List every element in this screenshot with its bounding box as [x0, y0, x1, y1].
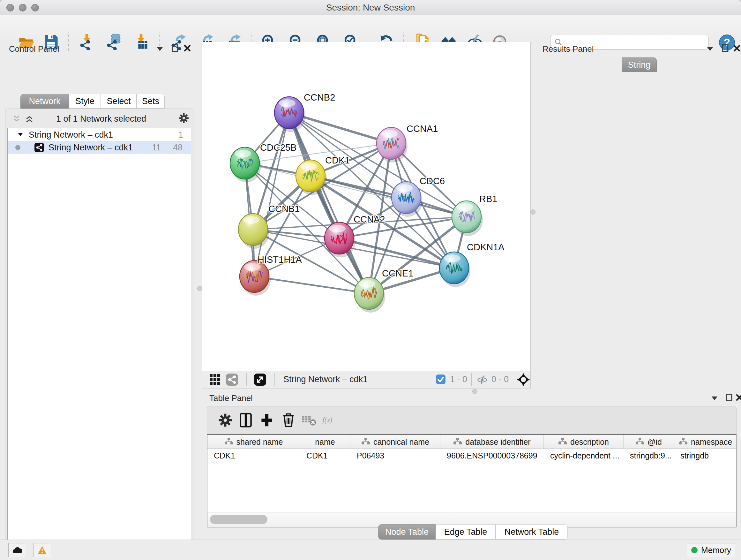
control-panel: Control Panel NetworkStyleSelectSets 1 o…: [0, 41, 197, 540]
tab-network[interactable]: Network: [20, 94, 69, 109]
memory-status-icon: [691, 547, 698, 554]
memory-button[interactable]: Memory: [687, 543, 735, 557]
string-network-icon: [35, 143, 44, 152]
network-canvas[interactable]: CCNB2CCNA1CDC25BCDK1CDC6RB1CCNB1CCNA2CDK…: [202, 42, 531, 371]
node-CDC6[interactable]: [392, 182, 422, 217]
node-label-CCNB1: CCNB1: [268, 204, 300, 214]
network-selection-status: 1 of 1 Network selected: [41, 114, 162, 124]
edge-count: 48: [173, 143, 183, 152]
scrollbar-thumb[interactable]: [210, 515, 267, 524]
column-type-icon: [453, 437, 462, 447]
status-bar: Memory: [0, 540, 741, 560]
network-collection-row[interactable]: String Network – cdk1 1: [8, 128, 191, 141]
left-splitter-handle[interactable]: [197, 286, 202, 291]
expand-all-chevron-icon[interactable]: [25, 115, 33, 123]
network-row-selected[interactable]: String Network – cdk1 11 48: [8, 141, 191, 154]
gear-icon[interactable]: [179, 113, 189, 124]
tab-select[interactable]: Select: [101, 94, 137, 109]
columns-icon[interactable]: [239, 413, 253, 428]
node-label-HIST1H1A: HIST1H1A: [258, 254, 302, 265]
table-cell[interactable]: P06493: [350, 449, 441, 462]
node-CDC25B[interactable]: [230, 147, 261, 182]
close-panel-icon[interactable]: [733, 44, 741, 52]
panel-menu-caret-icon[interactable]: [711, 394, 719, 402]
close-panel-icon[interactable]: [183, 44, 192, 52]
app-window: Session: New Session ? Control Panel Net…: [0, 0, 741, 560]
add-icon[interactable]: [259, 413, 274, 428]
hidden-count: 0 - 0: [491, 374, 509, 384]
column-type-icon: [224, 437, 233, 447]
column-header-name[interactable]: name: [300, 435, 350, 449]
node-CDKN1A[interactable]: [440, 252, 470, 287]
node-label-CCNA2: CCNA2: [354, 214, 385, 225]
tab-node-table[interactable]: Node Table: [378, 524, 435, 540]
tab-style[interactable]: Style: [69, 94, 101, 109]
edge-HIST1H1A-CCNE1[interactable]: [254, 276, 369, 294]
node-count: 11: [152, 143, 161, 152]
float-panel-icon[interactable]: [721, 44, 730, 52]
column-type-icon: [558, 437, 567, 447]
network-tree: String Network – cdk1 1 String Network –…: [7, 128, 191, 560]
column-type-icon: [679, 437, 688, 447]
cloud-button[interactable]: [8, 543, 26, 557]
node-CCNB2[interactable]: [274, 97, 306, 132]
title-bar: Session: New Session: [0, 0, 741, 15]
column-type-icon: [361, 437, 370, 447]
node-HIST1H1A[interactable]: [240, 260, 271, 296]
collapse-all-chevron-icon[interactable]: [12, 115, 21, 123]
panel-menu-caret-icon[interactable]: [156, 45, 164, 53]
node-CDK1[interactable]: [296, 160, 327, 195]
trash-icon[interactable]: [281, 413, 296, 428]
network-manager-panel: 1 of 1 Network selected String Network –…: [5, 109, 193, 560]
collection-label: String Network – cdk1: [29, 130, 113, 140]
table-cell[interactable]: 9606.ENSP00000378699: [441, 449, 544, 462]
detach-view-icon[interactable]: [254, 374, 266, 386]
node-CCNE1[interactable]: [354, 277, 385, 313]
network-view-toolbar: String Network – cdk1 1 - 0 0 - 0: [202, 371, 531, 388]
float-panel-icon[interactable]: [171, 44, 179, 52]
memory-label: Memory: [701, 545, 731, 555]
table-cell[interactable]: stringdb:9...: [623, 449, 674, 462]
node-CCNA1[interactable]: [377, 127, 408, 163]
birds-eye-view-icon[interactable]: [516, 373, 530, 387]
column-type-icon: [635, 437, 644, 447]
column-header-namespace[interactable]: namespace: [674, 435, 737, 449]
network-share-view-icon[interactable]: [226, 374, 238, 386]
results-panel: Results Panel String Expand All Collapse…: [536, 41, 741, 389]
table-row[interactable]: CDK1CDK1P064939606.ENSP00000378699cyclin…: [207, 449, 736, 462]
column-header-database-identifier[interactable]: database identifier: [441, 435, 544, 449]
node-label-CCNE1: CCNE1: [382, 268, 413, 278]
network-edges: [245, 113, 467, 294]
column-header-description[interactable]: description: [544, 435, 623, 449]
warning-button[interactable]: [33, 543, 51, 557]
tab-edge-table[interactable]: Edge Table: [435, 524, 495, 540]
table-cell[interactable]: CDK1: [207, 449, 300, 462]
table-cell[interactable]: CDK1: [300, 449, 350, 462]
main-toolbar: ?: [0, 15, 741, 41]
tab-string[interactable]: String: [622, 57, 657, 72]
table-cell[interactable]: stringdb: [674, 449, 737, 462]
node-label-CCNB2: CCNB2: [304, 92, 335, 103]
gear-icon[interactable]: [218, 413, 232, 428]
function-icon: f(x): [322, 413, 337, 428]
column-header--id[interactable]: @id: [623, 435, 674, 449]
float-panel-icon[interactable]: [725, 393, 733, 401]
node-label-CDK1: CDK1: [325, 155, 350, 165]
column-header-shared-name[interactable]: shared name: [207, 435, 300, 449]
grid-view-icon[interactable]: [209, 374, 221, 385]
panel-menu-caret-icon[interactable]: [706, 45, 714, 53]
close-panel-icon[interactable]: [735, 393, 741, 401]
node-RB1[interactable]: [452, 201, 483, 236]
right-splitter-handle[interactable]: [530, 209, 536, 214]
selected-checkbox-icon[interactable]: [436, 374, 446, 384]
tab-sets[interactable]: Sets: [137, 94, 165, 109]
tree-expand-caret-icon[interactable]: [17, 130, 24, 140]
node-label-CDC6: CDC6: [420, 176, 445, 186]
network-view-title: String Network – cdk1: [283, 374, 367, 384]
table-cell[interactable]: cyclin-dependent ...: [544, 449, 623, 462]
column-header-canonical-name[interactable]: canonical name: [350, 435, 441, 449]
table-toolbar: f(x): [207, 406, 737, 434]
svg-text:f(x): f(x): [322, 416, 332, 424]
edge-CCNB2-CCNE1[interactable]: [289, 113, 369, 294]
tab-network-table[interactable]: Network Table: [495, 524, 568, 540]
